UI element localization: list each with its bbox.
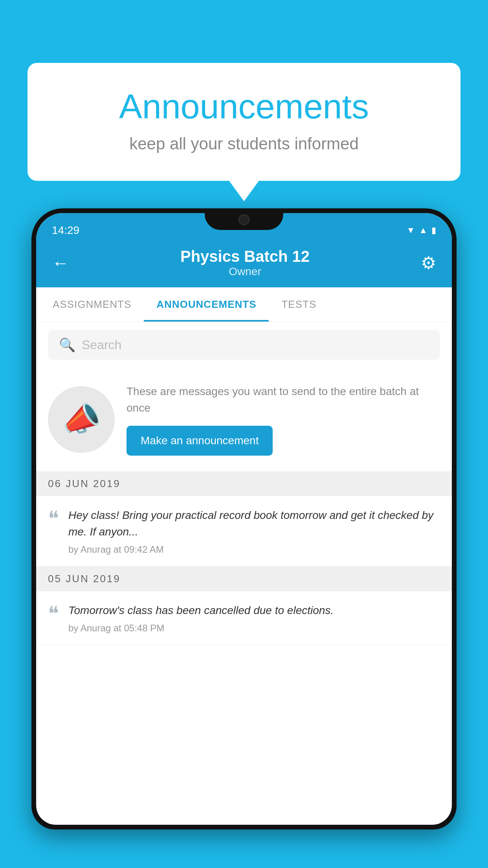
promo-icon-circle: 📣	[48, 386, 115, 453]
status-time: 14:29	[52, 224, 79, 237]
promo-description: These are messages you want to send to t…	[127, 383, 440, 416]
back-button[interactable]: ←	[52, 253, 69, 273]
status-icons: ▼ ▲ ▮	[406, 225, 436, 235]
promo-content: These are messages you want to send to t…	[127, 383, 440, 456]
battery-icon: ▮	[431, 225, 436, 235]
search-container: 🔍 Search	[36, 322, 452, 368]
announcement-meta-2: by Anurag at 05:48 PM	[68, 623, 440, 634]
announcement-meta-1: by Anurag at 09:42 AM	[68, 544, 440, 555]
header-center: Physics Batch 12 Owner	[180, 248, 310, 278]
phone-notch	[205, 208, 283, 230]
tab-assignments[interactable]: ASSIGNMENTS	[40, 287, 144, 322]
megaphone-icon: 📣	[59, 398, 104, 441]
search-input[interactable]: Search	[82, 338, 121, 352]
phone-screen: 14:29 ▼ ▲ ▮ ← Physics Batch 12 Owner ⚙ A…	[36, 213, 452, 825]
phone-frame: 14:29 ▼ ▲ ▮ ← Physics Batch 12 Owner ⚙ A…	[31, 208, 457, 829]
announcement-text-block-1: Hey class! Bring your practical record b…	[68, 507, 440, 555]
signal-icon: ▲	[419, 225, 427, 235]
announcement-item-2: ❝ Tomorrow's class has been cancelled du…	[36, 591, 452, 645]
tab-announcements[interactable]: ANNOUNCEMENTS	[144, 287, 269, 322]
wifi-icon: ▼	[406, 225, 415, 235]
announcement-text-2: Tomorrow's class has been cancelled due …	[68, 602, 440, 619]
tab-tests[interactable]: TESTS	[269, 287, 329, 322]
quote-icon-2: ❝	[48, 604, 59, 624]
make-announcement-button[interactable]: Make an announcement	[127, 426, 273, 456]
search-icon: 🔍	[59, 337, 75, 353]
settings-icon[interactable]: ⚙	[421, 253, 436, 273]
quote-icon-1: ❝	[48, 509, 59, 529]
announcement-text-block-2: Tomorrow's class has been cancelled due …	[68, 602, 440, 634]
promo-section: 📣 These are messages you want to send to…	[36, 368, 452, 471]
search-bar[interactable]: 🔍 Search	[48, 330, 440, 360]
tabs-bar: ASSIGNMENTS ANNOUNCEMENTS TESTS	[36, 287, 452, 322]
bubble-title: Announcements	[59, 86, 429, 127]
batch-role: Owner	[180, 265, 310, 278]
announcement-item-1: ❝ Hey class! Bring your practical record…	[36, 496, 452, 566]
phone-mockup: 14:29 ▼ ▲ ▮ ← Physics Batch 12 Owner ⚙ A…	[31, 208, 457, 868]
announcement-text-1: Hey class! Bring your practical record b…	[68, 507, 440, 540]
speech-bubble: Announcements keep all your students inf…	[28, 63, 460, 181]
app-header: ← Physics Batch 12 Owner ⚙	[36, 240, 452, 287]
front-camera	[238, 214, 250, 225]
date-separator-2: 05 JUN 2019	[36, 566, 452, 591]
bubble-subtitle: keep all your students informed	[59, 134, 429, 153]
date-separator-1: 06 JUN 2019	[36, 471, 452, 496]
batch-title: Physics Batch 12	[180, 248, 310, 265]
hero-section: Announcements keep all your students inf…	[28, 63, 460, 181]
